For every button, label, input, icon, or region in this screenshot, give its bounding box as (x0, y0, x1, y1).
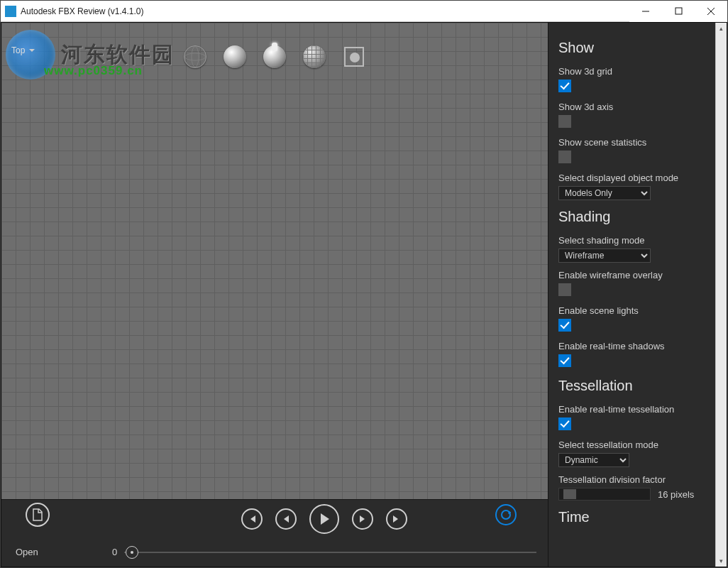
timeline-playhead[interactable] (126, 546, 138, 559)
section-title-shading: Shading (558, 209, 705, 225)
section-title-tessellation: Tessellation (558, 378, 705, 394)
minimize-button[interactable] (629, 1, 662, 22)
object-mode-label: Select displayed object mode (558, 173, 705, 183)
scene-lights-label: Enable scene lights (558, 305, 705, 316)
settings-panel[interactable]: Show Show 3d grid Show 3d axis Show scen… (548, 23, 715, 567)
first-frame-button[interactable] (241, 508, 263, 530)
file-icon (32, 508, 43, 521)
last-frame-button[interactable] (386, 508, 407, 530)
content-area: 河东软件园 www.pc0359.cn Top (1, 23, 548, 567)
timeline-row: Open 0 (1, 537, 548, 567)
enable-tessellation-checkbox[interactable] (558, 417, 571, 430)
open-file-button[interactable] (26, 503, 50, 527)
current-frame: 0 (112, 547, 117, 557)
tessellation-mode-select[interactable]: Dynamic (558, 453, 629, 467)
wireframe-overlay-checkbox[interactable] (558, 283, 571, 296)
viewport-3d[interactable]: 河东软件园 www.pc0359.cn Top (1, 23, 548, 499)
show-3d-axis-checkbox[interactable] (558, 115, 571, 128)
show-3d-grid-checkbox[interactable] (558, 80, 571, 92)
realtime-shadows-label: Enable real-time shadows (558, 341, 705, 351)
play-button[interactable] (309, 504, 339, 534)
tessellation-factor-slider[interactable] (558, 488, 651, 501)
object-mode-select[interactable]: Models Only (558, 186, 651, 200)
shading-mode-select[interactable]: Wireframe (558, 248, 651, 263)
close-button[interactable] (695, 1, 727, 22)
lit-mode-button[interactable] (262, 44, 287, 70)
wireframe-mode-button[interactable] (182, 44, 208, 70)
slider-thumb[interactable] (563, 489, 576, 499)
timeline-track[interactable] (124, 552, 536, 553)
textured-mode-button[interactable] (302, 44, 327, 70)
vertical-scrollbar[interactable]: ▴ ▾ (715, 23, 727, 567)
section-title-time: Time (558, 509, 705, 525)
scene-lights-checkbox[interactable] (558, 319, 571, 332)
shaded-sphere-icon (224, 45, 246, 68)
show-scene-stats-checkbox[interactable] (558, 151, 571, 163)
show-3d-axis-label: Show 3d axis (558, 102, 705, 112)
maximize-button[interactable] (662, 1, 695, 22)
loop-button[interactable] (495, 504, 517, 525)
focus-button[interactable] (341, 44, 367, 70)
focus-icon (344, 47, 364, 67)
textured-sphere-icon (303, 45, 326, 68)
tessellation-factor-value: 16 pixels (658, 489, 694, 500)
shading-mode-label: Select shading mode (558, 235, 705, 246)
tessellation-mode-label: Select tessellation mode (558, 439, 705, 450)
window-title: Autodesk FBX Review (v1.4.1.0) (21, 6, 629, 16)
show-3d-grid-label: Show 3d grid (558, 66, 705, 77)
show-scene-stats-label: Show scene statistics (558, 137, 705, 148)
open-label[interactable]: Open (16, 547, 70, 557)
section-title-show: Show (558, 40, 705, 56)
wireframe-sphere-icon (184, 45, 206, 68)
shading-toolbar (1, 44, 548, 70)
shaded-mode-button[interactable] (222, 44, 248, 70)
app-icon (5, 6, 16, 17)
loop-icon (500, 508, 512, 521)
next-frame-button[interactable] (352, 508, 373, 530)
wireframe-overlay-label: Enable wireframe overlay (558, 270, 705, 280)
transport-controls (1, 500, 548, 537)
app-window: Autodesk FBX Review (v1.4.1.0) 河东软件园 www… (0, 0, 728, 568)
grid-background (1, 23, 548, 499)
realtime-shadows-checkbox[interactable] (558, 354, 571, 367)
client-area: 河东软件园 www.pc0359.cn Top (1, 22, 727, 567)
prev-frame-button[interactable] (275, 508, 297, 530)
lit-sphere-icon (263, 45, 286, 68)
scroll-up-icon[interactable]: ▴ (716, 23, 727, 34)
tessellation-factor-label: Tessellation division factor (558, 474, 705, 485)
scroll-down-icon[interactable]: ▾ (716, 555, 727, 567)
enable-tessellation-label: Enable real-time tessellation (558, 404, 705, 415)
titlebar[interactable]: Autodesk FBX Review (v1.4.1.0) (1, 1, 727, 22)
svg-rect-1 (675, 8, 682, 14)
bottom-bar: Open 0 (1, 499, 548, 567)
